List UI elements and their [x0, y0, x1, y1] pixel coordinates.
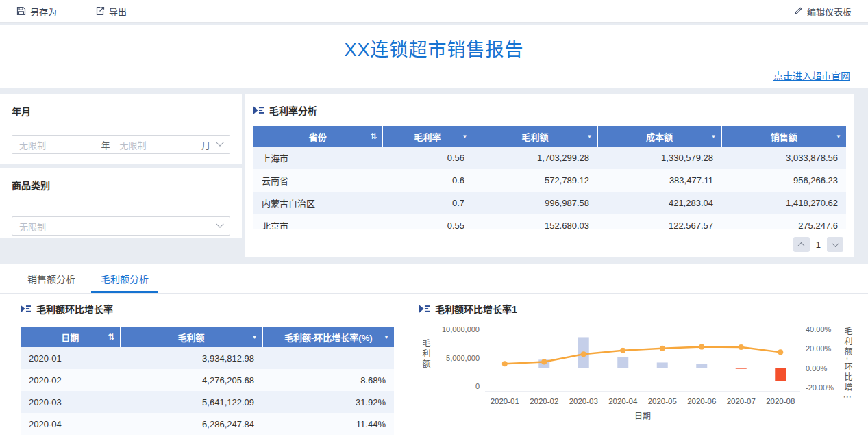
cell: 1,418,270.62 — [721, 192, 846, 214]
cell: 1,703,299.28 — [473, 147, 597, 169]
year-month-filter-card: 年月 无限制 年 无限制 月 — [0, 94, 242, 164]
column-label: 成本额 — [646, 132, 673, 142]
cell: 2020-02 — [21, 369, 120, 391]
column-header-cost[interactable]: 成本额 ▼ — [597, 126, 721, 147]
table-row[interactable]: 上海市0.561,703,299.281,330,579.283,033,878… — [253, 147, 846, 169]
section-chart-icon — [253, 106, 264, 114]
gross-margin-table: 省份 ⇅ 毛利率 ▼ 毛利额 ▼ 成本额 ▼ — [253, 126, 846, 229]
table-row[interactable]: 内蒙古自治区0.7996,987.58421,283.041,418,270.6… — [253, 192, 846, 214]
growth-section-title: 毛利额环比增长率 — [21, 302, 394, 316]
export-button[interactable]: 导出 — [95, 5, 127, 18]
cell: 北京市 — [253, 214, 382, 229]
table-row[interactable]: 2020-013,934,812.98 — [21, 347, 394, 369]
column-header-province[interactable]: 省份 ⇅ — [253, 126, 382, 147]
category-filter-label: 商品类别 — [12, 178, 230, 192]
combo-chart[interactable]: 10,000,0005,000,000040.00%20.00%0.00%-20… — [430, 321, 841, 424]
edit-pencil-icon — [793, 6, 803, 16]
page-down-button[interactable] — [827, 237, 843, 252]
cell: 2020-01 — [21, 347, 120, 369]
cell: 421,283.04 — [597, 192, 721, 214]
save-as-button[interactable]: 另存为 — [16, 5, 57, 18]
sort-icon[interactable]: ⇅ — [370, 131, 377, 141]
column-header-growth-rate[interactable]: 毛利额-环比增长率(%) ▼ — [262, 327, 394, 347]
cell: 572,789.12 — [473, 169, 597, 192]
report-header: XX连锁超市销售报告 点击进入超市官网 — [0, 25, 868, 88]
cell: 0.55 — [382, 214, 473, 229]
year-month-select[interactable]: 无限制 年 无限制 月 — [12, 135, 230, 154]
cell: 956,266.23 — [721, 169, 846, 192]
section-title-text: 毛利额环比增长率1 — [435, 302, 517, 316]
column-label: 毛利额 — [521, 132, 548, 142]
section-chart-icon — [419, 305, 430, 313]
svg-text:2020-07: 2020-07 — [727, 397, 756, 405]
table-row[interactable]: 2020-046,286,247.8411.44% — [21, 413, 394, 435]
save-icon — [16, 6, 26, 16]
tab-bar: 销售额分析 毛利额分析 — [0, 264, 868, 294]
svg-text:2020-03: 2020-03 — [569, 397, 598, 405]
table-row[interactable]: 2020-024,276,205.688.68% — [21, 369, 394, 391]
cell: 383,477.11 — [597, 169, 721, 192]
category-select[interactable]: 无限制 — [12, 216, 230, 236]
cell: 2020-03 — [21, 391, 120, 413]
column-header-gross-profit[interactable]: 毛利额 ▼ — [120, 327, 262, 347]
tab-profit-analysis[interactable]: 毛利额分析 — [91, 264, 158, 293]
filter-icon[interactable]: ▼ — [252, 334, 258, 340]
svg-text:0.00%: 0.00% — [806, 364, 827, 372]
cell: 5,641,122.09 — [120, 391, 262, 413]
table-row[interactable]: 北京市0.55152,680.03122,567.57275,247.6 — [253, 214, 846, 229]
column-header-sales[interactable]: 销售额 ▼ — [721, 126, 846, 147]
svg-text:2020-06: 2020-06 — [687, 397, 716, 405]
svg-text:2020-01: 2020-01 — [491, 397, 519, 405]
column-header-date[interactable]: 日期 ⇅ — [21, 327, 120, 347]
cell: 内蒙古自治区 — [253, 192, 382, 214]
column-header-gross-profit[interactable]: 毛利额 ▼ — [473, 126, 597, 147]
section-title-text: 毛利率分析 — [269, 103, 317, 117]
column-label: 销售额 — [771, 132, 797, 142]
svg-text:2020-04: 2020-04 — [608, 397, 638, 405]
cell: 0.6 — [382, 169, 473, 192]
page-title: XX连锁超市销售报告 — [0, 25, 868, 62]
cell: 0.7 — [382, 192, 473, 214]
cell: 2020-04 — [21, 413, 120, 435]
cell: 31.92% — [262, 391, 394, 413]
filter-icon[interactable]: ▼ — [711, 134, 717, 140]
table-row[interactable]: 云南省0.6572,789.12383,477.11956,266.23 — [253, 169, 846, 192]
export-icon — [95, 6, 105, 16]
cell: 3,033,878.56 — [721, 147, 846, 169]
right-axis-title: 毛利额-环比增⋮ — [841, 327, 852, 403]
top-toolbar: 另存为 导出 编辑仪表板 — [0, 0, 868, 23]
category-value: 无限制 — [19, 220, 46, 233]
tab-sales-analysis[interactable]: 销售额分析 — [18, 264, 85, 293]
cell: 996,987.58 — [473, 192, 597, 214]
page-down-icon — [832, 240, 839, 247]
sort-icon[interactable]: ⇅ — [108, 332, 114, 342]
svg-text:2020-08: 2020-08 — [766, 397, 795, 405]
cell: 8.68% — [262, 369, 394, 391]
filter-icon[interactable]: ▼ — [462, 134, 468, 140]
cell: 152,680.03 — [473, 214, 597, 229]
growth-rate-table: 日期 ⇅ 毛利额 ▼ 毛利额-环比增长率(%) ▼ 2020-013,934,8… — [21, 327, 394, 435]
month-value: 无限制 — [120, 138, 147, 151]
column-label: 省份 — [309, 132, 327, 142]
column-header-gross-margin[interactable]: 毛利率 ▼ — [382, 126, 473, 147]
growth-table-section: 毛利额环比增长率 日期 ⇅ 毛利额 ▼ 毛利额-环比增长率(%) ▼ — [21, 302, 394, 435]
table-row[interactable]: 2020-035,641,122.0931.92% — [21, 391, 394, 413]
filter-icon[interactable]: ▼ — [587, 134, 593, 140]
edit-dashboard-button[interactable]: 编辑仪表板 — [793, 5, 852, 18]
svg-text:日期: 日期 — [634, 412, 651, 421]
cell — [262, 347, 394, 369]
column-label: 毛利率 — [414, 132, 441, 142]
filter-icon[interactable]: ▼ — [384, 334, 389, 340]
section-chart-icon — [21, 305, 31, 313]
column-label: 毛利额-环比增长率(%) — [284, 333, 373, 343]
gross-margin-analysis-card: 毛利率分析 省份 ⇅ 毛利率 ▼ 毛利额 ▼ — [245, 94, 854, 257]
table-header-row: 日期 ⇅ 毛利额 ▼ 毛利额-环比增长率(%) ▼ — [21, 327, 394, 347]
growth-chart-section: 毛利额环比增长率1 毛利额 10,000,0005,000,000040.00%… — [419, 302, 863, 424]
filter-icon[interactable]: ▼ — [836, 134, 841, 140]
official-site-link[interactable]: 点击进入超市官网 — [773, 68, 850, 82]
chevron-down-icon — [216, 220, 223, 228]
cell: 6,286,247.84 — [120, 413, 262, 435]
cell: 4,276,205.68 — [120, 369, 262, 391]
page-up-button[interactable] — [793, 237, 810, 252]
edit-dashboard-label: 编辑仪表板 — [807, 5, 852, 18]
